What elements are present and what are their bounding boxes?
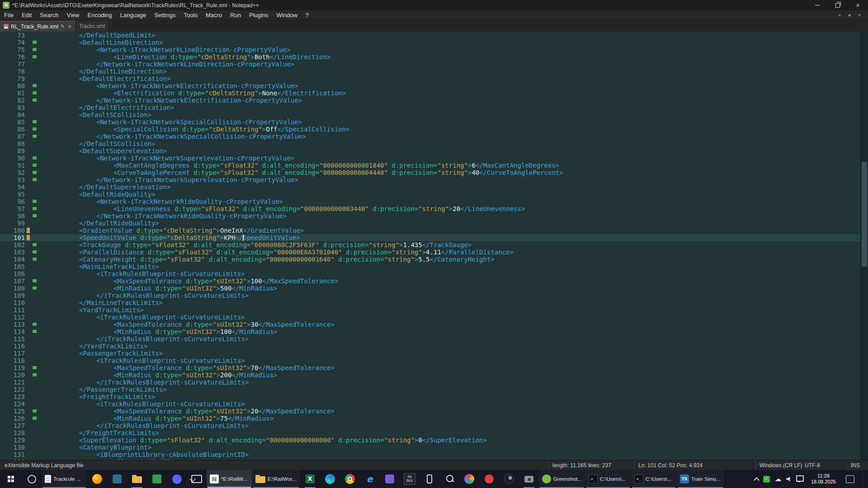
line-number[interactable]: 125: [0, 408, 25, 415]
line-number[interactable]: 128: [0, 429, 25, 436]
code-line[interactable]: 89 <DefaultSuperelevation>: [0, 147, 860, 155]
code-line[interactable]: 120 <MinRadius d:type="sUInt32">200</Min…: [0, 371, 860, 379]
line-number[interactable]: 106: [0, 270, 25, 277]
close-button[interactable]: ×: [848, 0, 868, 10]
code-line[interactable]: 92 <CurveToAnglePercent d:type="sFloat32…: [0, 169, 860, 176]
volume-icon[interactable]: [786, 476, 792, 482]
menu-item-encoding[interactable]: Encoding: [84, 10, 116, 20]
taskbar-app-chrome[interactable]: [340, 470, 360, 488]
line-number[interactable]: 120: [0, 371, 25, 379]
line-number[interactable]: 86: [0, 126, 25, 133]
new-tab-icon[interactable]: +: [835, 12, 844, 19]
show-desktop-button[interactable]: [863, 470, 865, 488]
menu-item-view[interactable]: View: [63, 10, 84, 20]
taskbar-app-app2[interactable]: [380, 470, 400, 488]
taskbar-app-paint[interactable]: [459, 470, 479, 488]
line-number[interactable]: 73: [0, 32, 25, 39]
menu-item-search[interactable]: Search: [36, 10, 62, 20]
tab-tracks.xml[interactable]: Tracks.xml: [75, 21, 109, 32]
taskbar-app-firefox[interactable]: [87, 470, 107, 488]
taskbar-app-steam[interactable]: [499, 470, 519, 488]
menu-item-help[interactable]: ?: [302, 10, 313, 20]
line-number[interactable]: 104: [0, 256, 25, 263]
code-line[interactable]: 74 <DefaultLineDirection>: [0, 39, 860, 46]
line-number[interactable]: 118: [0, 357, 25, 364]
close-tab-icon[interactable]: ×: [855, 12, 863, 19]
code-line[interactable]: 78 </DefaultLineDirection>: [0, 68, 860, 75]
line-number[interactable]: 95: [0, 191, 25, 198]
menu-item-macro[interactable]: Macro: [202, 10, 226, 20]
editor[interactable]: 73 </DefaultSpeedLimit>74 <DefaultLineDi…: [0, 32, 868, 460]
code-line[interactable]: 83 </DefaultElectrification>: [0, 104, 860, 111]
taskbar-app-phone[interactable]: [420, 470, 439, 488]
code-line[interactable]: 131 <iBlueprintLibrary-cAbsoluteBlueprin…: [0, 451, 860, 458]
close-tab-icon[interactable]: ×: [68, 23, 71, 29]
code-line[interactable]: 105 <MainLineTrackLimits>: [0, 263, 860, 270]
line-number[interactable]: 126: [0, 415, 25, 422]
code-line[interactable]: 81 <Electrification d:type="cDeltaString…: [0, 89, 860, 97]
line-number[interactable]: 115: [0, 335, 25, 343]
vertical-scrollbar[interactable]: [860, 32, 868, 460]
code-line[interactable]: 100 <GradientValue d:type="cDeltaString"…: [0, 227, 860, 234]
code-line[interactable]: 87 </Network-iTrackNetworkSpecialCollisi…: [0, 133, 860, 140]
title-bar[interactable]: N *E:\RailWorks\Assets\DTG\ExeterKingswe…: [0, 0, 868, 10]
taskbar-app-explorer[interactable]: [127, 470, 147, 488]
line-number[interactable]: 85: [0, 118, 25, 126]
code-line[interactable]: 75 <Network-iTrackNetworkLineDirection-c…: [0, 46, 860, 53]
code-line[interactable]: 82 </Network-iTrackNetworkElectrificatio…: [0, 97, 860, 104]
line-number[interactable]: 82: [0, 97, 25, 104]
menu-item-run[interactable]: Run: [226, 10, 245, 20]
taskbar-app-app1[interactable]: [107, 470, 127, 488]
code-line[interactable]: 73 </DefaultSpeedLimit>: [0, 32, 860, 39]
restore-button[interactable]: [827, 0, 848, 10]
action-center-icon[interactable]: [846, 475, 854, 483]
code-line[interactable]: 117 <PassengerTrackLimits>: [0, 350, 860, 357]
line-number[interactable]: 74: [0, 39, 25, 46]
taskbar-app-trainsim[interactable]: Train Simu...: [677, 470, 724, 488]
code-line[interactable]: 90 <Network-iTrackNetworkSuperelevation-…: [0, 155, 860, 162]
tab-list-icon[interactable]: ▾: [845, 12, 854, 19]
line-number[interactable]: 80: [0, 82, 25, 89]
line-number[interactable]: 102: [0, 241, 25, 249]
line-number[interactable]: 87: [0, 133, 25, 140]
taskbar-app-edge[interactable]: [320, 470, 340, 488]
menu-item-settings[interactable]: Settings: [151, 10, 180, 20]
code-line[interactable]: 124 <iTrackRulesBlueprint-sCurvatureLimi…: [0, 400, 860, 408]
code-line[interactable]: 91 <MaxCantAngleDegrees d:type="sFloat32…: [0, 162, 860, 169]
code-line[interactable]: 126 <MinRadius d:type="sUInt32">75</MinR…: [0, 415, 860, 422]
line-number[interactable]: 129: [0, 436, 25, 444]
code-line[interactable]: 103 <ParallelDistance d:type="sFloat32" …: [0, 249, 860, 256]
menu-item-file[interactable]: File: [0, 10, 18, 20]
code-line[interactable]: 123 <FreightTrackLimits>: [0, 393, 860, 400]
code-line[interactable]: 85 <Network-iTrackNetworkSpecialCollisio…: [0, 118, 860, 126]
code-line[interactable]: 127 </iTrackRulesBlueprint-sCurvatureLim…: [0, 422, 860, 429]
code-line[interactable]: 121 </iTrackRulesBlueprint-sCurvatureLim…: [0, 379, 860, 386]
code-line[interactable]: 107 <MaxSpeedTolerance d:type="sUInt32">…: [0, 277, 860, 285]
line-number[interactable]: 127: [0, 422, 25, 429]
line-number[interactable]: 81: [0, 89, 25, 97]
scrollbar-thumb[interactable]: [862, 162, 867, 267]
taskbar-app-ts-dls[interactable]: TSDLS: [400, 470, 420, 488]
code-line[interactable]: 96 <Network-iTrackNetworkRideQuality-cPr…: [0, 198, 860, 205]
line-number[interactable]: 75: [0, 46, 25, 53]
taskbar-app-mail[interactable]: [187, 470, 207, 488]
code-line[interactable]: 115 </iTrackRulesBlueprint-sCurvatureLim…: [0, 335, 860, 343]
taskbar-app-excel[interactable]: [300, 470, 320, 488]
antivirus-icon[interactable]: ✓: [763, 476, 770, 483]
code-line[interactable]: 113 <MaxSpeedTolerance d:type="sUInt32">…: [0, 321, 860, 328]
taskbar-app-capture[interactable]: [519, 470, 539, 488]
line-number[interactable]: 121: [0, 379, 25, 386]
code-line[interactable]: 106 <iTrackRulesBlueprint-sCurvatureLimi…: [0, 270, 860, 277]
taskbar-app-search-app[interactable]: [439, 470, 459, 488]
code-line[interactable]: 119 <MaxSpeedTolerance d:type="sUInt32">…: [0, 364, 860, 371]
line-number[interactable]: 99: [0, 220, 25, 227]
code-line[interactable]: 130 <CatenaryBlueprint>: [0, 444, 860, 451]
line-number[interactable]: 103: [0, 249, 25, 256]
taskbar-app-console2[interactable]: C:\Users\...: [631, 470, 676, 488]
line-number[interactable]: 94: [0, 183, 25, 191]
code-line[interactable]: 112 <iTrackRulesBlueprint-sCurvatureLimi…: [0, 314, 860, 321]
taskbar-app-app3[interactable]: [479, 470, 499, 488]
code-line[interactable]: 88 </DefaultSCollision>: [0, 140, 860, 147]
status-encoding[interactable]: UTF-8: [801, 460, 847, 470]
line-number[interactable]: 108: [0, 285, 25, 292]
